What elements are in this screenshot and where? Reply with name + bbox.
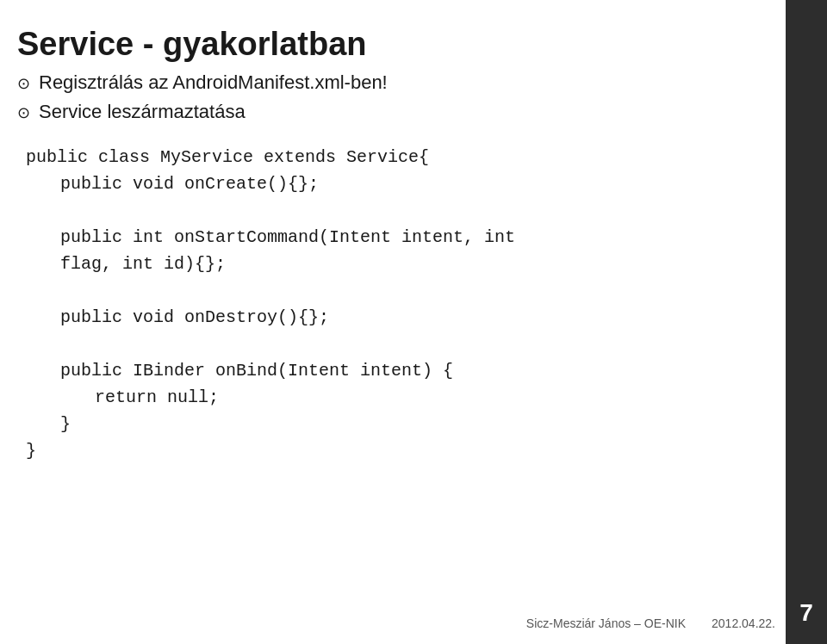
- bullet-text-2: Service leszármaztatása: [39, 101, 246, 123]
- slide-number: 7: [799, 599, 813, 627]
- code-line-4: public int onStartCommand(Intent intent,…: [26, 224, 775, 251]
- footer-date: 2012.04.22.: [712, 616, 775, 630]
- code-line-7: public void onDestroy(){};: [26, 304, 775, 331]
- code-line-2: public void onCreate(){};: [26, 170, 775, 197]
- code-line-12: }: [26, 437, 775, 464]
- right-sidebar: 7: [786, 0, 827, 644]
- code-line-6: [26, 277, 775, 304]
- code-block: public class MyService extends Service{ …: [26, 144, 775, 464]
- bullet-icon-1: ⊙: [17, 74, 30, 93]
- code-line-10: return null;: [26, 384, 775, 411]
- bullet-icon-2: ⊙: [17, 103, 30, 122]
- bullet-text-1: Regisztrálás az AndroidManifest.xml-ben!: [39, 71, 388, 94]
- code-line-11: }: [26, 411, 775, 437]
- bullet-item-2: ⊙ Service leszármaztatása: [17, 101, 775, 123]
- main-content: Service - gyakorlatban ⊙ Regisztrálás az…: [0, 0, 827, 644]
- slide-title: Service - gyakorlatban: [17, 26, 775, 63]
- slide-container: 7 Service - gyakorlatban ⊙ Regisztrálás …: [0, 0, 827, 644]
- bullet-item-1: ⊙ Regisztrálás az AndroidManifest.xml-be…: [17, 71, 775, 94]
- footer-author: Sicz-Mesziár János – OE-NIK: [526, 616, 686, 630]
- code-line-8: [26, 331, 775, 357]
- code-line-1: public class MyService extends Service{: [26, 144, 775, 170]
- code-line-9: public IBinder onBind(Intent intent) {: [26, 357, 775, 384]
- footer: Sicz-Mesziár János – OE-NIK 2012.04.22.: [526, 616, 775, 630]
- code-line-5: flag, int id){};: [26, 251, 775, 277]
- code-line-3: [26, 197, 775, 224]
